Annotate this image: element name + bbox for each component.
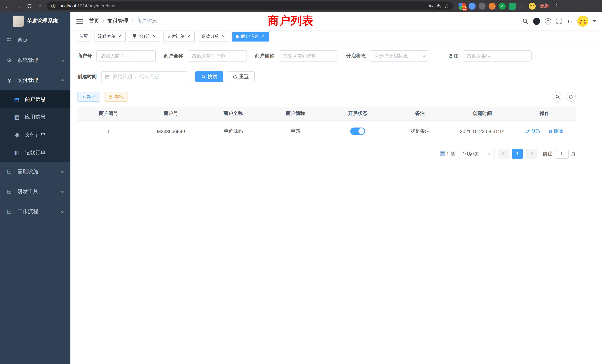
refresh-button[interactable] — [566, 92, 576, 102]
col-status: 开启状态 — [327, 107, 389, 120]
sidebar-item-workflow[interactable]: ⊟ 工作流程 — [0, 202, 70, 222]
extension-dark-icon[interactable] — [479, 2, 486, 10]
sidebar-item-label: 基础设施 — [17, 168, 57, 175]
url-text: localhost:1024/pay/merchant — [59, 3, 116, 9]
close-icon[interactable]: × — [117, 34, 122, 39]
sidebar-item-merchant-info[interactable]: ▤ 商户信息 — [0, 90, 70, 108]
forward-icon[interactable]: → — [14, 2, 23, 10]
extensions-pin-icon[interactable] — [519, 2, 526, 10]
browser-menu-icon[interactable]: ⋮ — [553, 3, 560, 9]
card-icon: ▤ — [13, 96, 20, 103]
help-icon[interactable]: ? — [545, 18, 551, 24]
breadcrumb-pay[interactable]: 支付管理 — [108, 18, 128, 24]
sidebar-item-system[interactable]: ⚙ 系统管理 — [0, 50, 70, 70]
search-icon[interactable] — [522, 18, 528, 24]
pagination-goto: 前往 页 — [543, 149, 576, 159]
chevron-down-icon — [423, 54, 426, 57]
sidebar-item-infra[interactable]: ⊡ 基础设施 — [0, 162, 70, 182]
next-page-button[interactable] — [526, 149, 537, 159]
page-size-select[interactable]: 10条/页 — [459, 149, 494, 159]
filter-short-name: 商户简称 — [255, 50, 338, 62]
password-key-icon[interactable] — [429, 3, 433, 8]
browser-toolbar: ← → ⌂ ⓘ localhost:1024/pay/merchant ☆ 10… — [0, 0, 602, 12]
search-button[interactable]: 搜索 — [195, 71, 223, 82]
pay-submenu: ▤ 商户信息 ▦ 应用信息 ◉ 支付订单 ▥ 退款订单 — [0, 90, 70, 162]
share-icon[interactable] — [437, 3, 441, 8]
date-start-placeholder: 开始日期 — [113, 73, 132, 80]
tab-refund-order[interactable]: 退款订单× — [198, 32, 229, 41]
document-icon: ▥ — [13, 149, 20, 156]
export-button[interactable]: 导出 — [104, 92, 128, 102]
sidebar-item-pay-order[interactable]: ◉ 支付订单 — [0, 126, 70, 144]
address-bar[interactable]: ⓘ localhost:1024/pay/merchant ☆ — [47, 1, 453, 10]
close-icon[interactable]: × — [221, 34, 226, 39]
toggle-search-button[interactable] — [553, 92, 562, 102]
cell-create-time: 2021-10-23 08:31:14 — [451, 120, 513, 142]
reset-button[interactable]: 重置 — [227, 71, 255, 82]
field-label: 备注 — [449, 53, 463, 59]
font-size-icon[interactable]: TT — [567, 18, 572, 24]
github-icon[interactable] — [533, 18, 540, 25]
reload-icon[interactable] — [25, 2, 33, 10]
filter-row-1: 商户号 商户全称 商户简称 开启状态 — [77, 50, 576, 62]
col-full-name: 商户全称 — [202, 107, 264, 120]
sidebar-item-app-info[interactable]: ▦ 应用信息 — [0, 108, 70, 126]
back-icon[interactable]: ← — [4, 2, 12, 10]
add-button[interactable]: + 新增 — [77, 92, 100, 102]
screen: ← → ⌂ ⓘ localhost:1024/pay/merchant ☆ 10… — [0, 0, 602, 364]
search-button-label: 搜索 — [208, 73, 217, 80]
sidebar-item-dev-tools[interactable]: ⊞ 研发工具 — [0, 182, 70, 202]
home-icon[interactable]: ⌂ — [36, 2, 44, 10]
extension-check-icon[interactable]: ✓ — [499, 2, 506, 10]
breadcrumb-home[interactable]: 首页 — [89, 18, 99, 24]
date-range-picker[interactable]: 开始日期 - 结束日期 — [101, 71, 187, 82]
sidebar: 芋道管理系统 ☷ 首页 ⚙ 系统管理 ¥ 支付管理 ▤ 商户信息 — [0, 12, 70, 364]
tab-home[interactable]: 首页 — [76, 32, 91, 41]
close-icon[interactable]: × — [152, 34, 157, 39]
page-1-button[interactable]: 1 — [512, 149, 523, 159]
chevron-down-icon — [61, 210, 64, 213]
tab-pay-order[interactable]: 支付订单× — [163, 32, 195, 41]
tab-process-form[interactable]: 流程表单× — [95, 32, 126, 41]
tab-user-group[interactable]: 用户分组× — [129, 32, 160, 41]
user-avatar[interactable] — [577, 16, 588, 27]
tab-merchant-info[interactable]: 商户信息× — [232, 32, 269, 41]
short-name-input[interactable] — [279, 50, 338, 62]
merchant-no-input[interactable] — [96, 50, 156, 62]
chevron-down-icon — [61, 190, 64, 193]
site-info-icon[interactable]: ⓘ — [51, 3, 56, 9]
close-icon[interactable]: × — [260, 34, 265, 39]
fullscreen-icon[interactable] — [556, 18, 562, 24]
sidebar-toggle-icon[interactable] — [76, 19, 83, 23]
extension-note-icon[interactable] — [509, 2, 516, 10]
close-icon[interactable]: × — [186, 34, 191, 39]
status-toggle[interactable] — [350, 128, 365, 135]
bookmark-star-icon[interactable]: ☆ — [444, 3, 449, 9]
app-logo[interactable]: 芋道管理系统 — [0, 12, 70, 30]
goto-label: 前往 — [543, 150, 552, 157]
extension-avatar-icon[interactable] — [489, 2, 496, 10]
edit-button[interactable]: 修改 — [526, 128, 541, 135]
delete-button[interactable]: 删除 — [548, 128, 563, 135]
chevron-right-icon — [530, 152, 533, 155]
remark-input[interactable] — [463, 50, 532, 62]
logo-avatar — [12, 16, 23, 27]
avatar-caret-icon[interactable] — [593, 20, 596, 22]
profile-avatar-icon[interactable] — [529, 2, 536, 10]
sidebar-item-pay[interactable]: ¥ 支付管理 — [0, 70, 70, 90]
prev-page-button[interactable] — [498, 149, 509, 159]
browser-update-button[interactable]: 更新 — [540, 3, 549, 9]
navbar-actions: ? TT — [522, 16, 596, 27]
sidebar-item-home[interactable]: ☷ 首页 — [0, 30, 70, 50]
table-header-row: 商户编号 商户号 商户全称 商户简称 开启状态 备注 创建时间 操作 — [77, 107, 576, 120]
gear-icon: ⚙ — [6, 57, 13, 64]
extension-blue-icon[interactable] — [469, 2, 476, 10]
extension-grid-icon[interactable]: 10 — [459, 2, 466, 10]
sidebar-item-refund-order[interactable]: ▥ 退款订单 — [0, 144, 70, 162]
status-select[interactable]: 请选择开启状态 — [370, 50, 429, 62]
full-name-input[interactable] — [188, 50, 247, 62]
workflow-icon: ⊟ — [6, 208, 13, 215]
field-label: 商户号 — [77, 53, 96, 59]
pagination: 共 1 条 10条/页 1 前往 页 — [77, 149, 576, 159]
goto-page-input[interactable] — [555, 149, 569, 159]
